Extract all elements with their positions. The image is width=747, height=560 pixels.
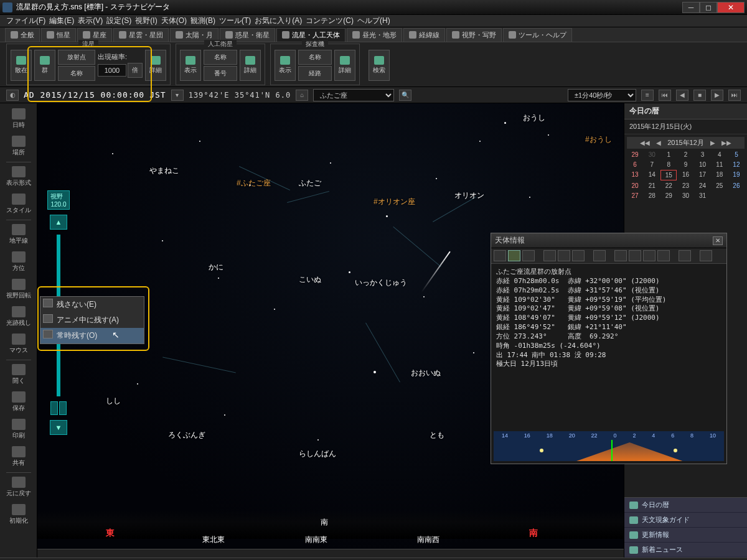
sidebar-direction[interactable]: 方位: [3, 249, 34, 275]
cal-day[interactable]: 10: [695, 160, 711, 169]
sidebar-horizon[interactable]: 地平線: [3, 222, 34, 248]
cal-day[interactable]: 24: [695, 181, 711, 190]
cal-day[interactable]: 5: [728, 150, 745, 159]
last-button[interactable]: ⏭: [728, 90, 741, 101]
tab-general[interactable]: 全般: [5, 28, 40, 42]
cal-day[interactable]: 16: [677, 170, 693, 180]
link-almanac[interactable]: 今日の暦: [624, 498, 747, 513]
first-button[interactable]: ⏮: [659, 90, 671, 101]
probe-name-button[interactable]: 名称: [298, 50, 332, 65]
speed-select[interactable]: ±1分40秒/秒: [568, 89, 636, 101]
cal-day[interactable]: 17: [695, 170, 711, 180]
cal-day[interactable]: [660, 201, 677, 203]
sidebar-save[interactable]: 保存: [3, 389, 34, 415]
tab-fov[interactable]: 視野・写野: [446, 28, 502, 42]
find-button[interactable]: 🔍: [399, 90, 411, 101]
cal-day[interactable]: 22: [660, 181, 677, 190]
menu-trail-anime[interactable]: アニメ中に残す(A): [40, 312, 144, 328]
menu-trail-none[interactable]: 残さない(E): [40, 297, 144, 312]
tab-daylight[interactable]: 昼光・地形: [347, 28, 402, 42]
scatter-button[interactable]: 散在: [11, 50, 32, 81]
cal-day[interactable]: 28: [644, 191, 660, 200]
sidebar-display-mode[interactable]: 表示形式: [3, 164, 34, 190]
cal-day[interactable]: 29: [660, 191, 677, 200]
sidebar-datetime[interactable]: 日時: [3, 106, 34, 132]
tab-toolhelp[interactable]: ツール・ヘルプ: [503, 28, 572, 42]
cal-day[interactable]: 9: [677, 160, 693, 169]
cal-day[interactable]: 29: [627, 150, 643, 159]
cal-day[interactable]: 31: [695, 191, 711, 200]
cal-day[interactable]: [677, 201, 693, 203]
cal-day[interactable]: 21: [644, 181, 660, 190]
cal-day[interactable]: 4: [712, 150, 728, 159]
cal-day[interactable]: [712, 191, 728, 200]
info-list-button[interactable]: [657, 250, 670, 261]
sat-number-button[interactable]: 番号: [204, 66, 237, 81]
cal-day[interactable]: 12: [728, 160, 745, 169]
link-update[interactable]: 更新情報: [624, 528, 747, 543]
minimize-button[interactable]: ─: [682, 2, 700, 13]
menu-object[interactable]: 天体(O): [161, 16, 187, 26]
cal-day[interactable]: 26: [728, 181, 745, 190]
cal-day[interactable]: 30: [677, 191, 693, 200]
menu-fov[interactable]: 視野(I): [135, 16, 157, 26]
search-button[interactable]: 検索: [369, 50, 390, 81]
calendar-grid[interactable]: 2930123456789101112131415161718192021222…: [627, 150, 745, 203]
cal-prev-month[interactable]: ◀: [656, 139, 661, 146]
prev-button[interactable]: ◀: [676, 90, 688, 101]
probe-path-button[interactable]: 経路: [298, 66, 332, 81]
link-guide[interactable]: 天文現象ガイド: [624, 513, 747, 528]
menu-edit[interactable]: 編集(E): [49, 16, 74, 26]
datetime-display[interactable]: AD 2015/12/15 00:00:00: [24, 90, 144, 100]
cal-prev-year[interactable]: ◀◀: [640, 139, 650, 146]
info-help-button[interactable]: [700, 250, 712, 261]
sidebar-open[interactable]: 開く: [3, 362, 34, 388]
cal-day[interactable]: 23: [677, 181, 693, 190]
step-button[interactable]: ≡: [641, 90, 654, 101]
tab-grid[interactable]: 経緯線: [403, 28, 445, 42]
cal-day[interactable]: [644, 201, 660, 203]
probability-input[interactable]: [98, 64, 126, 77]
sidebar-undo[interactable]: 元に戻す: [3, 474, 34, 500]
cal-day[interactable]: 20: [627, 181, 643, 190]
sidebar-trail[interactable]: 光跡残し: [3, 304, 34, 330]
menu-observe[interactable]: 観測(B): [190, 16, 215, 26]
sidebar-reset[interactable]: 初期化: [3, 502, 34, 528]
cal-day[interactable]: [728, 191, 745, 200]
now-button[interactable]: ▾: [171, 90, 184, 101]
cal-day[interactable]: 8: [660, 160, 677, 169]
name-button[interactable]: 名称: [58, 66, 95, 81]
fov-down-button[interactable]: ▼: [50, 420, 67, 435]
sat-detail-button[interactable]: 詳細: [240, 50, 261, 81]
cal-day[interactable]: [712, 201, 728, 203]
stop-button[interactable]: ■: [693, 90, 706, 101]
info-titlebar[interactable]: 天体情報 ✕: [491, 233, 726, 248]
cal-day[interactable]: 18: [712, 170, 728, 180]
cal-day[interactable]: 14: [644, 170, 660, 180]
info-target-button[interactable]: [558, 250, 570, 261]
sidebar-share[interactable]: 共有: [3, 444, 34, 470]
sidebar-print[interactable]: 印刷: [3, 416, 34, 442]
cal-next-month[interactable]: ▶: [710, 139, 715, 146]
probe-display-button[interactable]: 表示: [275, 50, 296, 81]
info-pick-button[interactable]: [593, 250, 606, 261]
close-button[interactable]: ✕: [717, 2, 745, 13]
info-close-button[interactable]: ✕: [713, 236, 723, 245]
menu-help[interactable]: ヘルプ(H): [357, 16, 390, 26]
info-photo-button[interactable]: [629, 250, 641, 261]
menu-contents[interactable]: コンテンツ(C): [306, 16, 354, 26]
info-sun-button[interactable]: [494, 250, 506, 261]
cal-day[interactable]: 25: [712, 181, 728, 190]
cal-day[interactable]: 15: [660, 170, 677, 180]
menu-file[interactable]: ファイル(F): [6, 16, 45, 26]
cal-next-year[interactable]: ▶▶: [721, 139, 731, 146]
cal-day[interactable]: 6: [627, 160, 643, 169]
info-lock-button[interactable]: [572, 250, 585, 261]
cal-day[interactable]: 30: [644, 150, 660, 159]
cal-day[interactable]: 3: [695, 150, 711, 159]
fov-pan-buttons[interactable]: [50, 401, 67, 415]
home-button[interactable]: ⌂: [296, 90, 308, 101]
radiant-button[interactable]: 放射点: [58, 50, 95, 65]
maximize-button[interactable]: ◻: [700, 2, 717, 13]
group-button[interactable]: 群: [34, 50, 55, 81]
